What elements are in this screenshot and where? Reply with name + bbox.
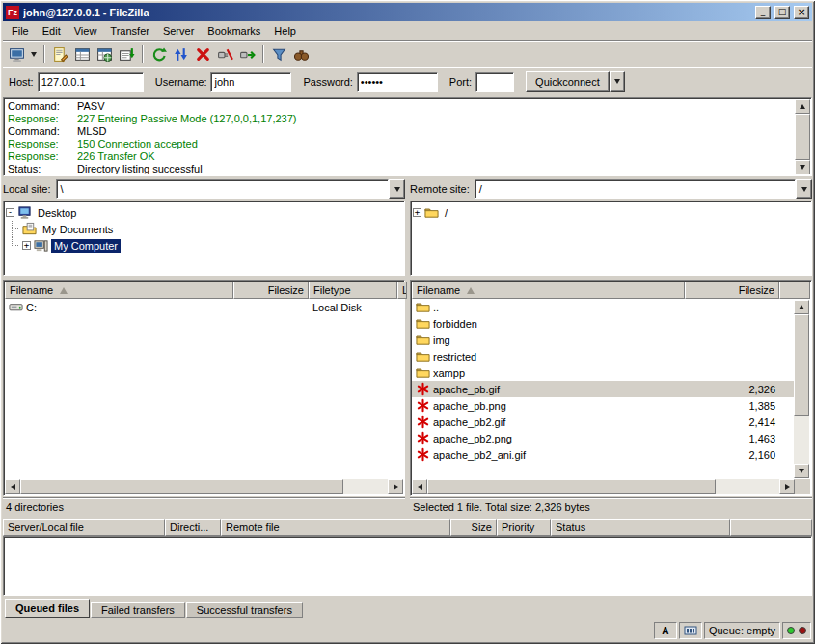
menu-file[interactable]: File — [5, 22, 36, 40]
file-row[interactable]: apache_pb.png 1,385 — [412, 397, 795, 414]
column-header-filesize[interactable]: Filesize — [233, 282, 309, 299]
tree-item-root[interactable]: + / — [413, 204, 809, 221]
local-site-combo[interactable]: \ — [56, 179, 405, 199]
directory-filter-button[interactable] — [268, 43, 290, 66]
tree-item-desktop[interactable]: - Desktop — [6, 204, 402, 221]
scroll-up-button[interactable] — [794, 300, 809, 314]
remote-site-value[interactable]: / — [475, 179, 796, 199]
file-row[interactable]: C: Local Disk — [5, 299, 403, 315]
scroll-left-button[interactable] — [5, 479, 20, 494]
column-header-priority[interactable]: Priority — [497, 519, 551, 536]
host-input[interactable] — [38, 72, 144, 92]
scroll-track[interactable] — [794, 314, 809, 464]
toggle-remote-tree-button[interactable] — [94, 43, 116, 66]
remote-site-combo[interactable]: / — [475, 179, 812, 199]
quickconnect-button[interactable]: Quickconnect — [526, 71, 610, 92]
transfer-type-panel[interactable]: A — [654, 622, 677, 639]
toggle-local-tree-button[interactable] — [71, 43, 94, 66]
menu-view[interactable]: View — [68, 22, 104, 40]
scroll-left-button[interactable] — [412, 479, 427, 494]
local-site-dropdown-button[interactable] — [389, 179, 405, 199]
scroll-right-button[interactable] — [779, 479, 795, 494]
column-header-size[interactable]: Size — [450, 519, 497, 536]
file-row[interactable]: forbidden — [412, 315, 795, 332]
scroll-track[interactable] — [20, 479, 388, 494]
process-queue-button[interactable] — [170, 43, 192, 66]
scroll-up-button[interactable] — [795, 99, 810, 114]
site-manager-button[interactable] — [6, 43, 28, 66]
menu-bookmarks[interactable]: Bookmarks — [201, 22, 267, 40]
column-header-filename[interactable]: Filename — [5, 282, 233, 299]
file-row[interactable]: apache_pb2.png 1,463 — [412, 430, 795, 446]
remote-vertical-scrollbar[interactable] — [794, 300, 809, 478]
remote-site-dropdown-button[interactable] — [796, 179, 812, 199]
column-header-filename[interactable]: Filename — [412, 282, 685, 299]
tree-item-my-documents[interactable]: My Documents — [6, 221, 402, 237]
folder-icon — [424, 205, 439, 220]
username-input[interactable] — [210, 72, 291, 92]
menu-transfer[interactable]: Transfer — [103, 22, 156, 40]
file-row[interactable]: img — [412, 332, 795, 348]
menu-edit[interactable]: Edit — [36, 22, 68, 40]
keypad-panel[interactable] — [679, 622, 702, 639]
port-input[interactable] — [475, 72, 514, 92]
refresh-button[interactable] — [148, 43, 170, 66]
scroll-down-button[interactable] — [794, 464, 809, 478]
local-horizontal-scrollbar[interactable] — [5, 479, 403, 494]
scroll-right-button[interactable] — [388, 479, 403, 494]
title-bar[interactable]: Fz john@127.0.0.1 - FileZilla _ □ × — [3, 3, 812, 21]
column-header-last-modified[interactable]: L — [397, 282, 407, 299]
scroll-track[interactable] — [795, 114, 810, 160]
file-row[interactable]: apache_pb2.gif 2,414 — [412, 414, 795, 430]
disconnect-icon — [217, 46, 233, 63]
maximize-button[interactable]: □ — [774, 6, 790, 19]
expand-icon[interactable]: + — [413, 208, 421, 217]
toggle-message-log-button[interactable] — [49, 43, 71, 66]
log-vertical-scrollbar[interactable] — [795, 99, 810, 174]
port-label: Port: — [449, 76, 472, 88]
file-search-button[interactable] — [290, 43, 312, 66]
minimize-button[interactable]: _ — [755, 6, 771, 19]
tab-failed-transfers[interactable]: Failed transfers — [91, 602, 185, 618]
column-header-server-local-file[interactable]: Server/Local file — [3, 519, 165, 536]
file-row[interactable]: xampp — [412, 364, 795, 381]
folder-icon — [416, 333, 430, 347]
local-list-body[interactable]: C: Local Disk — [5, 299, 403, 479]
menu-server[interactable]: Server — [156, 22, 201, 40]
scroll-track[interactable] — [427, 479, 779, 494]
tab-queued-files[interactable]: Queued files — [5, 599, 90, 618]
tab-successful-transfers[interactable]: Successful transfers — [186, 602, 303, 618]
binoculars-icon — [293, 46, 310, 63]
scroll-thumb[interactable] — [794, 314, 809, 416]
site-manager-dropdown-button[interactable] — [28, 43, 40, 66]
scroll-thumb[interactable] — [795, 114, 810, 160]
transfer-queue-list[interactable] — [3, 536, 812, 596]
file-row[interactable]: restricted — [412, 348, 795, 364]
tree-item-my-computer[interactable]: + My Computer — [6, 237, 402, 254]
column-header-remote-file[interactable]: Remote file — [221, 519, 450, 536]
file-row[interactable]: apache_pb2_ani.gif 2,160 — [412, 446, 795, 463]
column-header-filetype[interactable]: Filetype — [309, 282, 397, 299]
scroll-down-button[interactable] — [795, 160, 810, 174]
scroll-thumb[interactable] — [20, 479, 343, 494]
menu-help[interactable]: Help — [267, 22, 303, 40]
local-site-row: Local site: \ — [3, 179, 405, 199]
disconnect-button[interactable] — [214, 43, 236, 66]
remote-list-body[interactable]: .. forbidden img restricted — [412, 299, 810, 479]
collapse-icon[interactable]: - — [6, 208, 14, 217]
file-row[interactable]: .. — [412, 299, 795, 315]
reconnect-button[interactable] — [236, 43, 258, 66]
close-button[interactable]: × — [794, 6, 809, 19]
expand-icon[interactable]: + — [22, 241, 31, 250]
local-site-value[interactable]: \ — [56, 179, 389, 199]
column-header-filesize[interactable]: Filesize — [685, 282, 779, 299]
column-header-status[interactable]: Status — [551, 519, 730, 536]
scroll-thumb[interactable] — [427, 479, 716, 494]
file-row-selected[interactable]: apache_pb.gif 2,326 — [412, 381, 795, 397]
remote-horizontal-scrollbar[interactable] — [412, 479, 810, 494]
password-input[interactable] — [357, 72, 438, 92]
cancel-operation-button[interactable] — [192, 43, 214, 66]
quickconnect-dropdown-button[interactable] — [610, 71, 625, 92]
column-header-direction[interactable]: Directi... — [165, 519, 221, 536]
toggle-transfer-queue-button[interactable] — [116, 43, 138, 66]
